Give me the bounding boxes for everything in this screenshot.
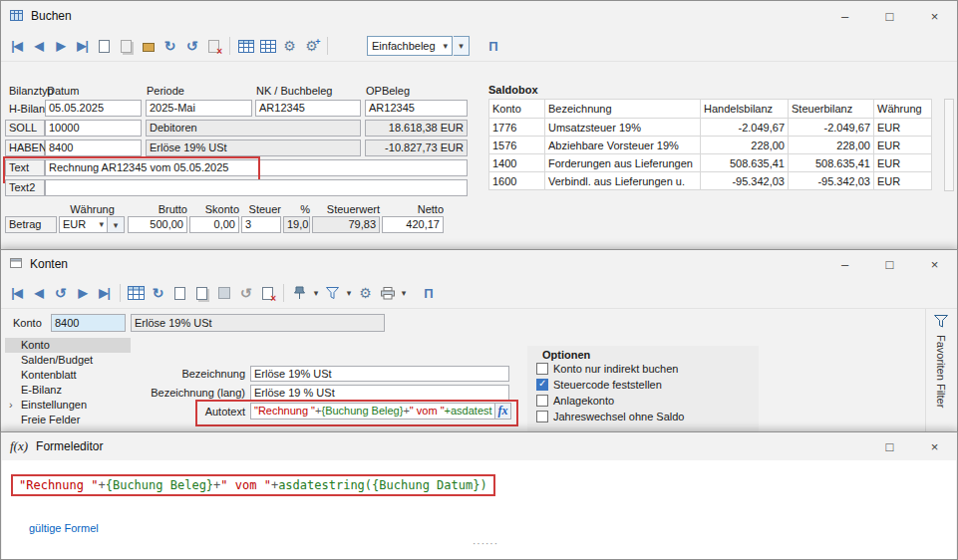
cell-bezeichnung: Verbindl. aus Lieferungen u. <box>545 172 701 190</box>
nav-prev-icon[interactable]: ◀ <box>28 283 49 303</box>
table-row[interactable]: 1576 Abziehbare Vorsteuer 19% 228,00 228… <box>489 137 932 154</box>
splitter-grip[interactable]: ······ <box>456 538 515 549</box>
table-row[interactable]: 1400 Forderungen aus Lieferungen 508.635… <box>489 154 932 172</box>
opbeleg-field[interactable]: AR12345 <box>365 100 468 117</box>
undo-icon[interactable]: ↺ <box>181 36 202 56</box>
chevron-right-icon: › <box>9 398 13 413</box>
pin-icon[interactable] <box>289 283 310 303</box>
maximize-button[interactable]: □ <box>867 432 912 460</box>
formula-input[interactable]: "Rechnung "+{Buchung Beleg}+" vom "+asda… <box>11 474 495 496</box>
buchen-titlebar[interactable]: Buchen – □ × <box>1 1 957 31</box>
text2-field[interactable] <box>45 179 468 196</box>
option-konto-nur-indirekt[interactable]: Konto nur indirekt buchen <box>536 363 678 375</box>
close-button[interactable]: × <box>912 250 957 278</box>
buchen-window-icon <box>10 10 23 23</box>
nav-last-icon[interactable]: ▶| <box>94 283 115 303</box>
minimize-button[interactable]: – <box>822 1 867 31</box>
konten-titlebar[interactable]: Konten – □ × <box>1 250 957 278</box>
nav-next-icon[interactable]: ▶ <box>50 36 71 56</box>
sidebar-item-freie-felder[interactable]: Freie Felder <box>5 413 131 427</box>
table-icon[interactable] <box>235 36 256 56</box>
gear-icon[interactable]: ⚙ <box>279 36 300 56</box>
table-icon[interactable] <box>126 283 147 303</box>
nav-next-icon[interactable]: ▶ <box>72 283 93 303</box>
skonto-field[interactable]: 0,00 <box>189 216 239 233</box>
bezeichnung-field[interactable]: Erlöse 19% USt <box>250 366 509 382</box>
toolbar-separator <box>120 284 121 302</box>
printer-icon[interactable] <box>377 283 398 303</box>
refresh-icon[interactable]: ↻ <box>148 283 168 303</box>
printer-dropdown-icon[interactable]: ▾ <box>399 283 409 303</box>
filter-icon[interactable] <box>322 283 343 303</box>
undo-icon[interactable]: ↺ <box>235 283 256 303</box>
table-row[interactable]: 1600 Verbindl. aus Lieferungen u. -95.34… <box>489 172 932 190</box>
new-document-icon[interactable] <box>94 36 115 56</box>
delete-document-icon[interactable]: × <box>203 36 224 56</box>
clamp-icon[interactable]: Π <box>418 283 439 303</box>
formula-editor-body[interactable]: "Rechnung "+{Buchung Beleg}+" vom "+asda… <box>2 460 956 559</box>
beleg-type-combo[interactable]: Einfachbeleg ▾ <box>367 36 453 56</box>
periode-field[interactable]: 2025-Mai <box>146 100 252 117</box>
konto-number-field[interactable]: 8400 <box>51 314 126 332</box>
sidebar-item-einstellungen[interactable]: ›Einstellungen <box>5 398 131 413</box>
waehrung-dropdown-button[interactable]: ▾ <box>107 216 125 233</box>
soll-konto-field[interactable]: 10000 <box>45 120 142 137</box>
nav-prev-icon[interactable]: ◀ <box>28 36 49 56</box>
sidebar-item-konto[interactable]: Konto <box>5 338 131 353</box>
maximize-button[interactable]: □ <box>867 1 912 31</box>
steuer-field[interactable]: 3 <box>241 216 281 233</box>
saldobox-header-konto: Konto <box>489 100 545 119</box>
delete-document-icon[interactable]: × <box>257 283 278 303</box>
history-icon[interactable]: ↺ <box>50 283 71 303</box>
table-row[interactable]: 1776 Umsatzsteuer 19% -2.049,67 -2.049,6… <box>489 119 932 137</box>
gear-plus-icon[interactable]: ⚙+ <box>301 36 322 56</box>
brutto-field[interactable]: 500,00 <box>128 216 187 233</box>
haben-label: HABEN <box>5 140 45 156</box>
autotext-field[interactable]: "Rechnung "+{Buchung Beleg}+" vom "+asda… <box>250 403 495 420</box>
nk-buchbeleg-field[interactable]: AR12345 <box>255 100 361 117</box>
sidebar-item-kontenblatt[interactable]: Kontenblatt <box>5 368 131 383</box>
text-field[interactable]: Rechnung AR12345 vom 05.05.2025 <box>45 159 468 176</box>
bezeichnung-lang-field[interactable]: Erlöse 19 % USt <box>250 385 509 401</box>
clamp-icon[interactable]: Π <box>482 36 503 56</box>
grid-icon[interactable] <box>257 36 278 56</box>
nav-first-icon[interactable]: |◀ <box>6 36 27 56</box>
checkbox[interactable] <box>536 411 548 422</box>
favoriten-filter-icon[interactable] <box>934 315 948 330</box>
copy-document-icon[interactable] <box>116 36 137 56</box>
checkbox[interactable] <box>536 379 548 391</box>
maximize-button[interactable]: □ <box>867 250 912 278</box>
close-button[interactable]: × <box>912 432 957 460</box>
haben-konto-field[interactable]: 8400 <box>45 140 142 156</box>
option-jahreswechsel[interactable]: Jahreswechsel ohne Saldo <box>536 411 684 422</box>
datum-field[interactable]: 05.05.2025 <box>45 100 142 117</box>
formeleditor-titlebar[interactable]: f(x) Formeleditor □ × <box>1 432 957 460</box>
fx-button[interactable]: fx <box>495 403 511 420</box>
gear-icon[interactable]: ⚙ <box>355 283 376 303</box>
checkbox[interactable] <box>536 395 548 407</box>
nav-first-icon[interactable]: |◀ <box>6 283 27 303</box>
close-button[interactable]: × <box>912 1 957 31</box>
column-header-netto: Netto <box>382 203 444 215</box>
nav-last-icon[interactable]: ▶| <box>72 36 93 56</box>
checkbox[interactable] <box>536 363 548 375</box>
option-steuercode-feststellen[interactable]: Steuercode feststellen <box>536 379 662 391</box>
netto-field[interactable]: 420,17 <box>382 216 444 233</box>
copy-document-icon[interactable] <box>191 283 212 303</box>
waehrung-combo[interactable]: EUR ▾ <box>59 216 108 233</box>
pin-dropdown-icon[interactable]: ▾ <box>311 283 321 303</box>
saldobox-scrollbar[interactable] <box>944 99 954 191</box>
refresh-icon[interactable]: ↻ <box>160 36 180 56</box>
filter-dropdown-icon[interactable]: ▾ <box>344 283 354 303</box>
favoriten-filter-label[interactable]: Favoriten Filter <box>935 335 947 408</box>
beleg-type-split-button[interactable]: ▾ <box>454 36 470 56</box>
minimize-button[interactable]: – <box>822 250 867 278</box>
waehrung-value: EUR <box>63 217 86 232</box>
sidebar-item-e-bilanz[interactable]: E-Bilanz <box>5 383 131 398</box>
new-document-icon[interactable] <box>169 283 190 303</box>
save-icon[interactable] <box>213 283 234 303</box>
package-icon[interactable] <box>138 36 159 56</box>
sidebar-item-salden-budget[interactable]: Salden/Budget <box>5 353 131 368</box>
option-anlagekonto[interactable]: Anlagekonto <box>536 395 614 407</box>
window-controls: – □ × <box>822 250 957 278</box>
